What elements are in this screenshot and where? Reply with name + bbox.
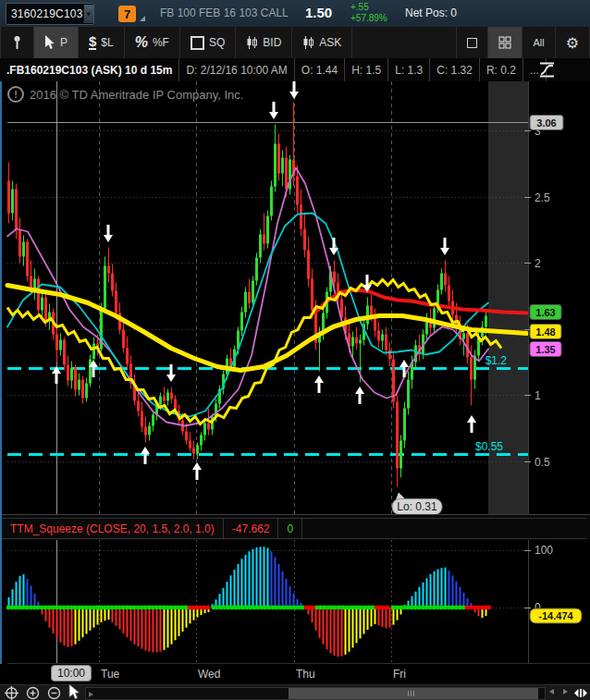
pin-button[interactable] <box>0 27 34 58</box>
dollar-lines-label: $L <box>101 36 113 49</box>
chart-scrollbar[interactable] <box>85 687 546 700</box>
histogram-layer <box>9 546 486 657</box>
study-title[interactable]: TTM_Squeeze (CLOSE, 20, 1.5, 2.0, 1.0) <box>2 519 224 538</box>
zoom-out-icon <box>46 685 62 700</box>
info-icon: ! <box>7 86 24 103</box>
day-label-fri: Fri <box>393 668 406 681</box>
toolbar-spacer <box>352 27 456 58</box>
square-tool-button[interactable]: SQ <box>180 27 236 58</box>
pointer-mode-label: P <box>60 36 68 49</box>
readout-close: C: 1.32 <box>430 58 480 81</box>
active-panel-edge <box>0 81 2 684</box>
svg-text:1: 1 <box>535 389 541 402</box>
change-percent: +57.89% <box>350 13 387 24</box>
symbol-input[interactable]: 3160219C103 ▼ <box>6 3 94 25</box>
svg-text:100: 100 <box>535 544 553 557</box>
bottom-toolbar <box>0 684 590 700</box>
pan-icon <box>4 685 19 700</box>
day-label-thu: Thu <box>296 668 315 681</box>
scroll-step-left-button[interactable] <box>549 689 554 694</box>
readout-low: L: 1.3 <box>388 58 430 81</box>
svg-text:3.06: 3.06 <box>536 117 556 129</box>
zoom-in-icon <box>25 685 41 700</box>
readout-date: D: 2/12/16 10:00 AM <box>179 58 294 81</box>
readout-range: R: 0.2 <box>480 58 523 81</box>
percent-lines-label: %F <box>153 36 169 49</box>
candles-layer <box>7 103 487 487</box>
ttm-squeeze-panel[interactable]: 1000-14.474 <box>0 540 590 664</box>
scrollbar-thumb[interactable] <box>289 688 538 699</box>
watermark-text: 2016 © TD Ameritrade IP Company, Inc. <box>30 88 243 102</box>
chart-style-button[interactable] <box>537 60 557 80</box>
cursor-icon <box>44 35 55 50</box>
bid-chart-button[interactable]: BID <box>236 27 292 58</box>
thinkorswim-chart-window: 3160219C103 ▼ 7 FB 100 FEB 16 103 CALL 1… <box>0 0 590 700</box>
time-axis[interactable]: 10:00 Tue Wed Thu Fri <box>0 664 590 684</box>
ask-chart-button[interactable]: ASK <box>292 27 352 58</box>
chart-style-icon <box>537 60 557 80</box>
candles-icon <box>246 35 258 50</box>
cursor-tool-button[interactable] <box>68 683 80 700</box>
link-group-badge[interactable]: 7 <box>118 6 136 22</box>
day-label-wed: Wed <box>198 668 220 681</box>
pointer-mode-button[interactable]: P <box>34 27 79 58</box>
candles-icon <box>302 35 314 50</box>
dollar-lines-button[interactable]: $ $L <box>79 27 125 58</box>
zoom-out-button[interactable] <box>46 685 62 700</box>
symbol-dropdown-button[interactable]: ▼ <box>83 5 93 23</box>
svg-text:0.5: 0.5 <box>535 456 550 469</box>
percent-icon: % <box>135 34 148 51</box>
study-header: TTM_Squeeze (CLOSE, 20, 1.5, 2.0, 1.0) -… <box>0 514 590 541</box>
grid-layout-button[interactable] <box>488 27 522 58</box>
symbol-bar: 3160219C103 ▼ 7 FB 100 FEB 16 103 CALL 1… <box>0 0 590 28</box>
grid-icon <box>498 36 511 49</box>
ask-chart-label: ASK <box>319 36 341 49</box>
gear-icon: ⚙ <box>566 34 579 52</box>
crosshair-time-bubble: 10:00 <box>51 665 92 682</box>
readout-high: H: 1.5 <box>345 58 388 81</box>
square-icon <box>191 36 204 50</box>
svg-text:1.48: 1.48 <box>535 326 555 338</box>
pan-tool-button[interactable] <box>4 685 19 700</box>
net-position: Net Pos: 0 <box>405 6 457 19</box>
square-tool-label: SQ <box>209 36 225 49</box>
readout-open: O: 1.44 <box>295 58 345 81</box>
chart-title: .FB160219C103 (ASK) 10 d 15m <box>0 58 179 81</box>
squeeze-axis: 1000-14.474 <box>7 540 590 664</box>
symbol-text: 3160219C103 <box>6 7 83 20</box>
day-label-tue: Tue <box>101 668 119 681</box>
price-axis: 32.521.510.51.631.481.353.06 <box>524 81 563 514</box>
instrument-description: FB 100 FEB 16 103 CALL <box>160 6 289 19</box>
change-value: +.55 <box>350 2 387 13</box>
svg-text:2.5: 2.5 <box>535 191 550 204</box>
badge-corner-icon <box>140 16 145 21</box>
percent-lines-button[interactable]: % %F <box>125 27 180 58</box>
pane-splitter-button[interactable] <box>573 687 588 699</box>
svg-text:1.63: 1.63 <box>535 307 555 318</box>
single-chart-button[interactable] <box>456 27 488 58</box>
squeeze-canvas[interactable]: 1000-14.474 <box>0 540 590 664</box>
svg-text:Lo: 0.31: Lo: 0.31 <box>397 500 437 513</box>
settings-button[interactable]: ⚙ <box>556 27 590 58</box>
single-pane-icon <box>467 38 477 48</box>
splitter-icon <box>573 687 588 699</box>
svg-text:$1.2: $1.2 <box>486 354 508 367</box>
chart-header: .FB160219C103 (ASK) 10 d 15m D: 2/12/16 … <box>0 58 590 82</box>
price-chart-panel[interactable]: $1.2$0.5532.521.510.51.631.481.353.06Lo:… <box>0 81 590 514</box>
signal-arrows-layer <box>52 81 476 480</box>
svg-text:-14.474: -14.474 <box>538 610 573 621</box>
scroll-step-right-button[interactable] <box>563 689 568 694</box>
bid-chart-label: BID <box>263 36 281 49</box>
white-cursor-icon <box>68 683 80 700</box>
svg-text:1.35: 1.35 <box>535 344 555 355</box>
price-chart-canvas[interactable]: $1.2$0.5532.521.510.51.631.481.353.06Lo:… <box>0 81 590 514</box>
svg-text:2: 2 <box>535 257 541 270</box>
zoom-in-button[interactable] <box>25 685 41 700</box>
pin-icon <box>11 35 23 50</box>
scroll-left-arrow-icon[interactable] <box>89 692 93 697</box>
all-button[interactable]: All <box>522 27 555 58</box>
watermark: ! 2016 © TD Ameritrade IP Company, Inc. <box>7 86 243 103</box>
price-change: +.55 +57.89% <box>350 2 387 24</box>
study-value: -47.662 <box>224 519 279 538</box>
chart-toolbar: P $ $L % %F SQ BID ASK All ⚙ <box>0 27 590 59</box>
